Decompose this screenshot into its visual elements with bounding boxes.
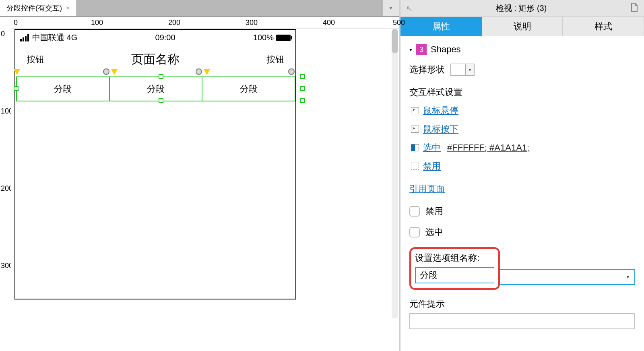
scroll-thumb[interactable] (392, 29, 398, 53)
selected-icon (411, 144, 419, 151)
shape-swatch[interactable] (450, 64, 466, 76)
style-disabled-link[interactable]: 禁用 (411, 160, 635, 172)
inspector-body: ▾ 3 Shapes 选择形状 ▼ 交互样式设置 鼠标悬停 鼠标按下 选中#FF… (400, 36, 644, 351)
selected-values: #FFFFFF; #A1A1A1; (447, 142, 529, 153)
resize-handle[interactable] (159, 74, 163, 79)
resize-handle[interactable] (14, 86, 19, 91)
vertical-scrollbar[interactable] (392, 29, 398, 319)
ruler-h-0: 0 (14, 19, 18, 27)
app-root: 分段控件(有交互) × ▼ 0 100 200 300 400 500 0 10… (0, 0, 644, 351)
style-mousedown-link[interactable]: 鼠标按下 (411, 123, 635, 135)
hover-label: 鼠标悬停 (423, 105, 458, 117)
resize-handle[interactable] (159, 98, 163, 103)
checkbox-selected-label: 选中 (425, 226, 443, 238)
battery: 100% (253, 33, 291, 42)
shapes-summary[interactable]: ▾ 3 Shapes (409, 44, 635, 55)
battery-pct: 100% (253, 33, 274, 42)
resize-handle[interactable] (300, 74, 305, 79)
selection-count-badge: 3 (416, 44, 427, 55)
reference-page-link[interactable]: 引用页面 (409, 183, 445, 195)
group-name-label: 设置选项组名称: (415, 252, 494, 264)
close-icon[interactable]: × (66, 4, 70, 12)
page-title: 页面名称 (131, 51, 180, 68)
navbar: 按钮 页面名称 按钮 (15, 45, 295, 73)
group-name-value: 分段 (420, 269, 438, 281)
time-label: 09:00 (80, 33, 250, 42)
selection-group-row: 设置选项组名称: 分段 ▼ (409, 247, 635, 290)
tooltip-label: 元件提示 (409, 298, 635, 310)
selection-group-highlight: 设置选项组名称: 分段 (409, 247, 500, 290)
disabled-icon (411, 163, 419, 170)
segment-2[interactable]: 分段 (110, 77, 203, 101)
ruler-h-100: 100 (91, 19, 103, 27)
shape-picker-label: 选择形状 (409, 64, 445, 76)
style-selected-link[interactable]: 选中#FFFFFF; #A1A1A1; (411, 142, 635, 154)
segment-3[interactable]: 分段 (202, 77, 295, 101)
group-name-combo-right[interactable]: ▼ (500, 269, 635, 285)
resize-handle[interactable] (300, 86, 305, 91)
ruler-h-200: 200 (168, 19, 180, 27)
style-hover-link[interactable]: 鼠标悬停 (411, 105, 635, 117)
status-bar: 中国联通 4G 09:00 100% (15, 30, 295, 45)
footnote-icon (196, 68, 202, 75)
vertical-ruler: 0 100 200 300 (0, 29, 11, 351)
tooltip-input[interactable] (409, 313, 635, 329)
guide-marker-icon (111, 69, 118, 75)
chevron-down-icon[interactable]: ▾ (409, 46, 412, 53)
horizontal-ruler: 0 100 200 300 400 500 (11, 17, 399, 29)
group-name-combo-left[interactable]: 分段 (415, 267, 494, 283)
inspector-header: ↖ 检视 : 矩形 (3) (400, 0, 644, 17)
chevron-down-icon: ▼ (625, 274, 630, 280)
hover-icon (411, 107, 419, 114)
tab-label: 分段控件(有交互) (6, 3, 62, 13)
segment-1[interactable]: 分段 (17, 77, 110, 101)
inspector-panel: ↖ 检视 : 矩形 (3) 属性 说明 样式 ▾ 3 Shapes 选择形状 ▼ (400, 0, 644, 351)
disabled-label: 禁用 (423, 160, 441, 172)
inspector-tabs: 属性 说明 样式 (400, 17, 644, 36)
shapes-label: Shapes (431, 44, 461, 55)
mousedown-label: 鼠标按下 (423, 123, 458, 135)
nav-left-button[interactable]: 按钮 (27, 54, 44, 66)
device-frame: 中国联通 4G 09:00 100% 按钮 页面名称 按钮 (14, 29, 296, 299)
selected-label: 选中 (423, 142, 441, 154)
checkbox-disabled-row[interactable]: 禁用 (409, 205, 635, 217)
segment-selection[interactable]: 分段 分段 分段 (16, 76, 295, 101)
shape-dropdown[interactable]: ▼ (466, 64, 475, 76)
style-links: 鼠标悬停 鼠标按下 选中#FFFFFF; #A1A1A1; 禁用 (409, 105, 635, 172)
guide-marker-icon (204, 69, 210, 75)
segmented-control: 分段 分段 分段 (16, 76, 295, 101)
nav-right-button[interactable]: 按钮 (266, 54, 284, 66)
interaction-styles-heading: 交互样式设置 (409, 86, 635, 98)
signal-icon (20, 34, 29, 41)
tab-bar: 分段控件(有交互) × ▼ (0, 0, 399, 17)
guide-marker-icon (14, 69, 20, 75)
footnote-icon (288, 68, 295, 75)
inspector-title: 检视 : 矩形 (3) (412, 3, 630, 14)
checkbox-disabled[interactable] (409, 206, 420, 217)
popout-icon[interactable]: ↖ (406, 4, 412, 13)
tab-style[interactable]: 样式 (563, 17, 644, 36)
canvas-area: 分段控件(有交互) × ▼ 0 100 200 300 400 500 0 10… (0, 0, 400, 351)
checkbox-selected[interactable] (409, 227, 420, 237)
ruler-v-0: 0 (1, 30, 5, 38)
carrier-label: 中国联通 4G (32, 32, 77, 43)
document-icon[interactable] (630, 3, 638, 14)
battery-icon (276, 35, 291, 41)
resize-handle[interactable] (300, 98, 305, 103)
tab-dropdown[interactable]: ▼ (383, 0, 399, 16)
ruler-h-400: 400 (323, 19, 335, 27)
checkbox-selected-row[interactable]: 选中 (409, 226, 635, 238)
tab-properties[interactable]: 属性 (400, 17, 482, 36)
canvas-page[interactable]: 中国联通 4G 09:00 100% 按钮 页面名称 按钮 (11, 29, 399, 351)
mousedown-icon (411, 126, 419, 133)
page-tab[interactable]: 分段控件(有交互) × (0, 0, 76, 16)
shape-picker-row: 选择形状 ▼ (409, 64, 635, 76)
checkbox-disabled-label: 禁用 (425, 205, 443, 217)
tab-notes[interactable]: 说明 (482, 17, 563, 36)
ruler-h-500: 500 (393, 19, 405, 27)
ruler-h-300: 300 (246, 19, 258, 27)
footnote-icon (103, 68, 109, 75)
